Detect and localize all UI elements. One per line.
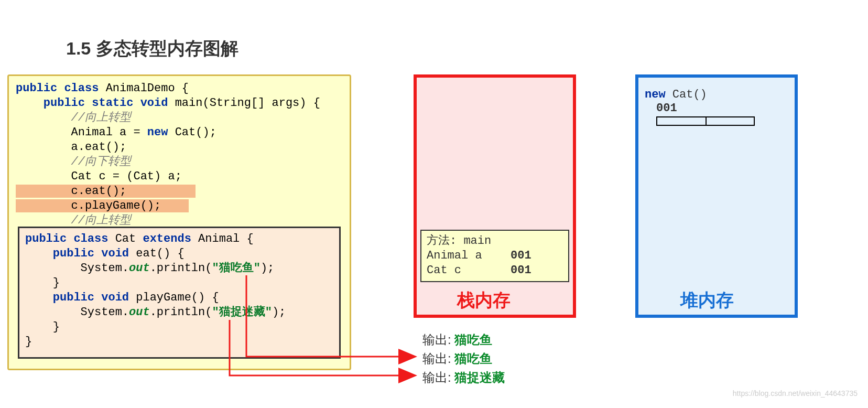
heap-object-table bbox=[656, 116, 755, 126]
code-cat: public class Cat extends Animal { public… bbox=[25, 232, 286, 349]
kw-public: public bbox=[25, 247, 94, 260]
stack-var-addr: 001 bbox=[511, 249, 531, 263]
code-text: System. bbox=[25, 306, 129, 319]
kw-public: public bbox=[25, 232, 67, 245]
stack-var-name: Animal a bbox=[427, 249, 511, 263]
string-literal: "猫吃鱼" bbox=[212, 262, 260, 275]
stack-frame-main: 方法: main Animal a 001 Cat c 001 bbox=[420, 230, 569, 282]
output-value: 猫吃鱼 bbox=[454, 332, 492, 347]
field-out: out bbox=[129, 262, 150, 275]
comment-upcast: //向上转型 bbox=[16, 111, 131, 124]
kw-void: void bbox=[94, 247, 129, 260]
code-text: Animal a = bbox=[16, 126, 147, 139]
kw-public: public bbox=[16, 82, 57, 95]
code-text: } bbox=[25, 320, 60, 334]
stack-label: 栈内存 bbox=[457, 288, 511, 313]
kw-class: class bbox=[57, 82, 99, 95]
comment-upcast: //向上转型 bbox=[16, 214, 131, 227]
kw-static: static bbox=[85, 96, 133, 110]
kw-void: void bbox=[94, 291, 129, 304]
code-text: System. bbox=[25, 262, 129, 275]
code-highlight: c.playGame(); bbox=[16, 199, 161, 212]
code-text: AnimalDemo { bbox=[99, 82, 189, 95]
output-value: 猫捉迷藏 bbox=[454, 370, 505, 384]
code-text: Animal { bbox=[191, 232, 254, 245]
output-line: 输出: 猫吃鱼 bbox=[422, 331, 492, 348]
stack-var-row: Animal a 001 bbox=[427, 249, 563, 263]
string-literal: "猫捉迷藏" bbox=[212, 306, 272, 319]
watermark: https://blog.csdn.net/weixin_44643735 bbox=[733, 389, 858, 398]
kw-class: class bbox=[67, 232, 108, 245]
code-text: } bbox=[25, 276, 60, 289]
heap-object-text: new Cat() 001 bbox=[645, 88, 707, 115]
kw-public: public bbox=[16, 96, 85, 110]
code-text: ); bbox=[272, 306, 286, 319]
heap-label: 堆内存 bbox=[680, 288, 734, 313]
field-out: out bbox=[129, 306, 150, 319]
diagram-page: 1.5 多态转型内存图解 public class AnimalDemo { p… bbox=[0, 0, 868, 408]
output-prefix: 输出: bbox=[422, 370, 454, 384]
kw-new: new bbox=[645, 88, 666, 101]
kw-void: void bbox=[133, 96, 168, 110]
kw-public: public bbox=[25, 291, 94, 304]
stack-var-name: Cat c bbox=[427, 263, 511, 278]
heap-addr: 001 bbox=[645, 102, 707, 115]
code-text: eat() { bbox=[129, 247, 185, 260]
section-title: 1.5 多态转型内存图解 bbox=[66, 37, 238, 61]
code-text: Cat() bbox=[666, 88, 707, 101]
output-prefix: 输出: bbox=[422, 332, 454, 347]
code-text: .println( bbox=[150, 306, 212, 319]
output-line: 输出: 猫吃鱼 bbox=[422, 350, 492, 367]
output-line: 输出: 猫捉迷藏 bbox=[422, 369, 505, 386]
code-text: } bbox=[25, 335, 32, 348]
kw-extends: extends bbox=[143, 232, 191, 245]
comment-downcast: //向下转型 bbox=[16, 155, 131, 168]
code-text: main(String[] args) { bbox=[168, 96, 320, 110]
stack-var-row: Cat c 001 bbox=[427, 263, 563, 278]
code-animaldemo: public class AnimalDemo { public static … bbox=[16, 81, 320, 228]
code-highlight-pad bbox=[161, 199, 189, 212]
code-text: .println( bbox=[150, 262, 212, 275]
code-highlight: c.eat(); bbox=[16, 185, 126, 198]
table-divider bbox=[706, 117, 707, 125]
code-text: Cat c = (Cat) a; bbox=[16, 170, 182, 183]
code-highlight-pad bbox=[126, 185, 196, 198]
output-prefix: 输出: bbox=[422, 351, 454, 366]
code-text: playGame() { bbox=[129, 291, 219, 304]
code-text: ); bbox=[261, 262, 274, 275]
code-text: Cat(); bbox=[168, 126, 216, 139]
code-text: Cat bbox=[108, 232, 143, 245]
output-value: 猫吃鱼 bbox=[454, 351, 492, 366]
kw-new: new bbox=[147, 126, 168, 139]
stack-frame-title: 方法: main bbox=[427, 234, 563, 249]
code-text: a.eat(); bbox=[16, 141, 126, 154]
stack-var-addr: 001 bbox=[511, 263, 531, 278]
